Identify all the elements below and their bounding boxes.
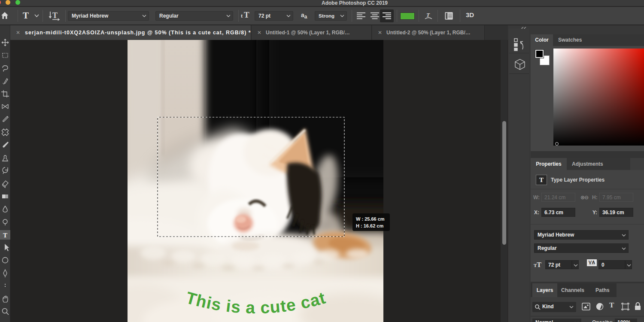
svg-text:T: T <box>52 11 58 20</box>
svg-text:T: T <box>3 232 7 239</box>
svg-text:T: T <box>426 12 430 18</box>
